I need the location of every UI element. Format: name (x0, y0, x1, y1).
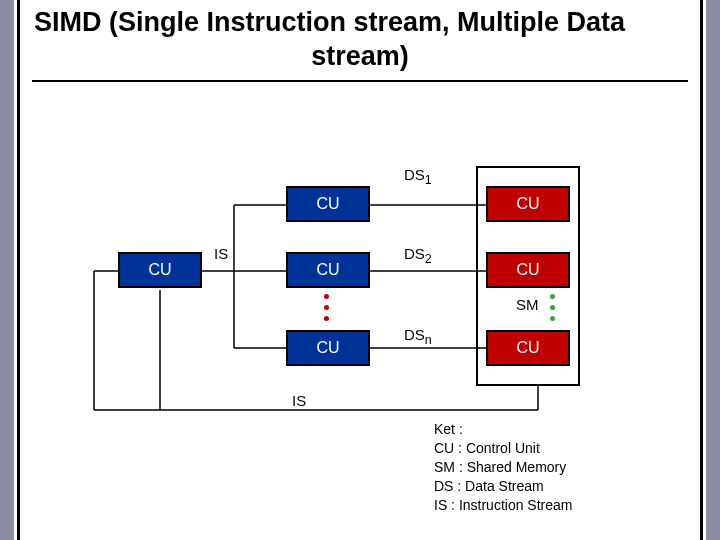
label-ds2-sub: 2 (425, 252, 432, 266)
label-dsn-sub: n (425, 333, 432, 347)
legend-heading: Ket : (434, 420, 573, 439)
dot-icon (550, 294, 555, 299)
legend: Ket : CU : Control Unit SM : Shared Memo… (434, 420, 573, 514)
label-dsn: DSn (404, 326, 432, 347)
legend-is: IS : Instruction Stream (434, 496, 573, 515)
label-is-bottom: IS (292, 392, 306, 409)
node-cu-main-label: CU (148, 261, 171, 279)
node-pun-label: CU (316, 339, 339, 357)
label-ds1: DS1 (404, 166, 432, 187)
legend-ds: DS : Data Stream (434, 477, 573, 496)
dot-icon (324, 305, 329, 310)
label-ds2: DS2 (404, 245, 432, 266)
legend-sm: SM : Shared Memory (434, 458, 573, 477)
node-mm1-label: CU (516, 195, 539, 213)
label-ds1-sub: 1 (425, 173, 432, 187)
node-pu1-label: CU (316, 195, 339, 213)
node-mmn: CU (486, 330, 570, 366)
node-mm2-label: CU (516, 261, 539, 279)
label-sm: SM (516, 296, 539, 313)
label-ds2-text: DS (404, 245, 425, 262)
node-mmn-label: CU (516, 339, 539, 357)
dot-icon (550, 305, 555, 310)
dot-icon (324, 316, 329, 321)
slide: SIMD (Single Instruction stream, Multipl… (0, 0, 720, 540)
node-pun: CU (286, 330, 370, 366)
node-pu2-label: CU (316, 261, 339, 279)
vdots-right (550, 294, 555, 321)
node-mm1: CU (486, 186, 570, 222)
dot-icon (550, 316, 555, 321)
node-pu2: CU (286, 252, 370, 288)
vdots-left (324, 294, 329, 321)
label-dsn-text: DS (404, 326, 425, 343)
node-cu-main: CU (118, 252, 202, 288)
diagram-canvas: CU CU CU CU CU CU CU (14, 0, 720, 540)
node-mm2: CU (486, 252, 570, 288)
dot-icon (324, 294, 329, 299)
label-is-left: IS (214, 245, 228, 262)
legend-cu: CU : Control Unit (434, 439, 573, 458)
label-ds1-text: DS (404, 166, 425, 183)
node-pu1: CU (286, 186, 370, 222)
